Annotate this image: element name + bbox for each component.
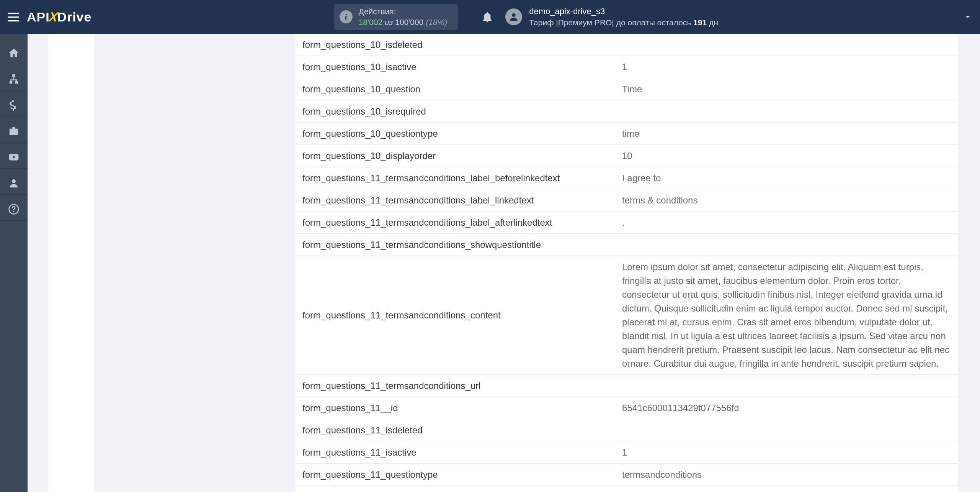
info-icon: i xyxy=(340,10,353,23)
field-value xyxy=(615,100,958,123)
field-value xyxy=(615,34,958,56)
svg-rect-3 xyxy=(16,81,18,83)
field-value: terms & conditions xyxy=(615,189,958,212)
table-row: form_questions_10_isactive1 xyxy=(296,56,958,78)
table-row: form_questions_11_isdeleted xyxy=(296,419,958,441)
actions-total: 100'000 xyxy=(395,18,423,26)
dollar-icon xyxy=(8,99,20,111)
nav-home[interactable] xyxy=(0,41,28,64)
username: demo_apix-drive_s3 xyxy=(529,6,718,17)
table-row: form_questions_11_termsandconditions_sho… xyxy=(296,234,958,256)
table-row: form_questions_11_termsandconditions_lab… xyxy=(296,189,958,212)
field-key: form_questions_11_termsandconditions_lab… xyxy=(296,212,615,234)
field-key: form_questions_11_termsandconditions_con… xyxy=(296,256,615,375)
field-value: Time xyxy=(615,78,958,100)
table-row: form_questions_11_questiontypetermsandco… xyxy=(296,464,958,486)
nav-billing[interactable] xyxy=(0,93,28,116)
field-value: time xyxy=(615,123,958,145)
table-row: form_questions_10_isrequired xyxy=(296,100,958,123)
table-row: form_questions_11_termsandconditions_lab… xyxy=(296,167,958,189)
left-panel xyxy=(48,34,94,492)
field-key: form_questions_11_termsandconditions_sho… xyxy=(296,234,615,256)
field-key: form_questions_11_isactive xyxy=(296,441,615,464)
table-row: form_questions_10_questiontypetime xyxy=(296,123,958,145)
side-nav xyxy=(0,34,28,492)
main-panel: form_questions_10_isdeletedform_question… xyxy=(296,34,958,492)
field-key: form_questions_11_questiontype xyxy=(296,464,615,486)
field-value: 1 xyxy=(615,441,958,464)
nav-connections[interactable] xyxy=(0,67,28,90)
fields-table: form_questions_10_isdeletedform_question… xyxy=(296,34,958,492)
top-header: APIXDrive i Действия: 18'002 из 100'000 … xyxy=(0,0,980,34)
home-icon xyxy=(8,47,20,59)
briefcase-icon xyxy=(8,125,20,137)
field-value: 1 xyxy=(615,56,958,78)
field-key: form_questions_11_isdeleted xyxy=(296,419,615,441)
question-icon xyxy=(8,203,20,215)
field-key: form_questions_11_termsandconditions_lab… xyxy=(296,167,615,189)
svg-point-0 xyxy=(512,13,516,17)
table-row: form_questions_11_termsandconditions_con… xyxy=(296,256,958,375)
tariff-line: Тариф |Премиум PRO| до оплаты осталось 1… xyxy=(529,17,718,28)
table-row: form_questions_10_isdeleted xyxy=(296,34,958,56)
menu-toggle-button[interactable] xyxy=(4,7,23,26)
field-key: form_questions_11_termsandconditions_lab… xyxy=(296,189,615,212)
nav-video[interactable] xyxy=(0,146,28,169)
field-value xyxy=(615,375,958,397)
field-key: form_questions_10_isrequired xyxy=(296,100,615,123)
field-value: termsandconditions xyxy=(615,464,958,486)
field-key: form_questions_10_questiontype xyxy=(296,123,615,145)
svg-rect-1 xyxy=(13,74,15,76)
field-key: form_questions_10_question xyxy=(296,78,615,100)
nav-marketplace[interactable] xyxy=(0,120,28,143)
chevron-down-icon xyxy=(963,12,972,21)
actions-counter[interactable]: i Действия: 18'002 из 100'000 (18%) xyxy=(334,4,458,30)
nav-profile[interactable] xyxy=(0,172,28,195)
table-row: form_questions_11_termsandconditions_lab… xyxy=(296,212,958,234)
notifications-button[interactable] xyxy=(481,10,494,23)
table-row: form_questions_11_isactive1 xyxy=(296,441,958,464)
user-icon xyxy=(8,177,20,189)
logo[interactable]: APIXDrive xyxy=(27,10,91,25)
field-key: form_questions_10_isdeleted xyxy=(296,34,615,56)
actions-current: 18'002 xyxy=(359,18,382,26)
svg-point-5 xyxy=(12,179,16,183)
sitemap-icon xyxy=(8,73,20,85)
table-row: form_questions_11_questionTerms & condit… xyxy=(296,486,958,492)
table-row: form_questions_11__id6541c6000113429f077… xyxy=(296,397,958,419)
field-key: form_questions_11__id xyxy=(296,397,615,419)
field-key: form_questions_11_termsandconditions_url xyxy=(296,375,615,397)
nav-help[interactable] xyxy=(0,198,28,221)
field-key: form_questions_10_isactive xyxy=(296,56,615,78)
table-row: form_questions_11_termsandconditions_url xyxy=(296,375,958,397)
svg-rect-2 xyxy=(10,81,12,83)
field-value: . xyxy=(615,212,958,234)
field-value: I agree to xyxy=(615,167,958,189)
actions-label: Действия: xyxy=(359,6,448,17)
field-value: Lorem ipsum dolor sit amet, consectetur … xyxy=(615,256,958,375)
field-value: 10 xyxy=(615,145,958,167)
youtube-icon xyxy=(8,151,20,163)
field-value xyxy=(615,234,958,256)
user-menu[interactable]: demo_apix-drive_s3 Тариф |Премиум PRO| д… xyxy=(505,6,972,28)
field-value xyxy=(615,419,958,441)
content-area: form_questions_10_isdeletedform_question… xyxy=(28,34,980,492)
field-value: 6541c6000113429f077556fd xyxy=(615,397,958,419)
table-row: form_questions_10_questionTime xyxy=(296,78,958,100)
field-key: form_questions_10_displayorder xyxy=(296,145,615,167)
actions-percent: (18%) xyxy=(426,18,447,26)
avatar-icon xyxy=(505,8,522,25)
field-value: Terms & conditions xyxy=(615,486,958,492)
field-key: form_questions_11_question xyxy=(296,486,615,492)
table-row: form_questions_10_displayorder10 xyxy=(296,145,958,167)
svg-point-7 xyxy=(13,211,15,212)
